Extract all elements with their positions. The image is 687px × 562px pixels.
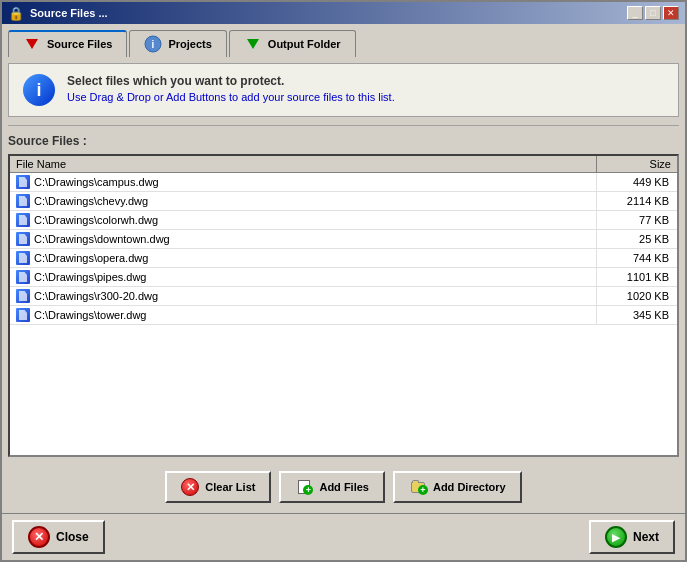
source-files-icon (23, 35, 41, 53)
title-bar: 🔒 Source Files ... _ □ ✕ (2, 2, 685, 24)
clear-list-label: Clear List (205, 481, 255, 493)
file-name-cell: C:\Drawings\chevy.dwg (10, 192, 597, 210)
main-window: 🔒 Source Files ... _ □ ✕ Source Files i (0, 0, 687, 562)
table-row[interactable]: C:\Drawings\pipes.dwg 1101 KB (10, 268, 677, 287)
close-button[interactable]: ✕ Close (12, 520, 105, 554)
minimize-button[interactable]: _ (627, 6, 643, 20)
tab-source-files-label: Source Files (47, 38, 112, 50)
file-size-cell: 25 KB (597, 231, 677, 247)
file-icon (16, 175, 30, 189)
tab-source-files[interactable]: Source Files (8, 30, 127, 57)
file-icon (16, 232, 30, 246)
file-name-cell: C:\Drawings\campus.dwg (10, 173, 597, 191)
table-header: File Name Size (10, 156, 677, 173)
info-icon: i (23, 74, 55, 106)
add-files-label: Add Files (319, 481, 369, 493)
file-path: C:\Drawings\chevy.dwg (34, 195, 148, 207)
file-path: C:\Drawings\campus.dwg (34, 176, 159, 188)
add-directory-label: Add Directory (433, 481, 506, 493)
file-name-cell: C:\Drawings\pipes.dwg (10, 268, 597, 286)
col-filename-header: File Name (10, 156, 597, 172)
close-window-button[interactable]: ✕ (663, 6, 679, 20)
table-row[interactable]: C:\Drawings\campus.dwg 449 KB (10, 173, 677, 192)
maximize-button[interactable]: □ (645, 6, 661, 20)
file-size-cell: 345 KB (597, 307, 677, 323)
add-files-button[interactable]: + Add Files (279, 471, 385, 503)
next-button[interactable]: ▶ Next (589, 520, 675, 554)
file-size-cell: 77 KB (597, 212, 677, 228)
file-size-cell: 1020 KB (597, 288, 677, 304)
tab-projects[interactable]: i Projects (129, 30, 226, 57)
table-row[interactable]: C:\Drawings\tower.dwg 345 KB (10, 306, 677, 325)
file-name-cell: C:\Drawings\r300-20.dwg (10, 287, 597, 305)
file-size-cell: 449 KB (597, 174, 677, 190)
next-icon: ▶ (605, 526, 627, 548)
file-icon (16, 213, 30, 227)
file-size-cell: 1101 KB (597, 269, 677, 285)
file-path: C:\Drawings\pipes.dwg (34, 271, 147, 283)
tab-bar: Source Files i Projects Output Folder (8, 30, 679, 57)
divider (8, 125, 679, 126)
file-icon (16, 270, 30, 284)
file-icon (16, 194, 30, 208)
svg-text:i: i (152, 39, 155, 50)
tab-output-folder[interactable]: Output Folder (229, 30, 356, 57)
file-name-cell: C:\Drawings\colorwh.dwg (10, 211, 597, 229)
clear-list-icon: ✕ (181, 478, 199, 496)
info-text-block: Select files which you want to protect. … (67, 74, 395, 103)
projects-icon: i (144, 35, 162, 53)
table-row[interactable]: C:\Drawings\chevy.dwg 2114 KB (10, 192, 677, 211)
content-area: Source Files i Projects Output Folder i … (2, 24, 685, 513)
output-folder-icon (244, 35, 262, 53)
file-icon (16, 289, 30, 303)
file-table-body[interactable]: C:\Drawings\campus.dwg 449 KB C:\Drawing… (10, 173, 677, 455)
table-row[interactable]: C:\Drawings\downtown.dwg 25 KB (10, 230, 677, 249)
close-icon: ✕ (28, 526, 50, 548)
col-size-header: Size (597, 156, 677, 172)
clear-list-button[interactable]: ✕ Clear List (165, 471, 271, 503)
window-title: Source Files ... (30, 7, 108, 19)
bottom-bar: ✕ Close ▶ Next (2, 513, 685, 560)
file-table: File Name Size C:\Drawings\campus.dwg 44… (8, 154, 679, 457)
file-path: C:\Drawings\r300-20.dwg (34, 290, 158, 302)
table-row[interactable]: C:\Drawings\colorwh.dwg 77 KB (10, 211, 677, 230)
source-files-label: Source Files : (8, 134, 679, 148)
action-buttons: ✕ Clear List + Add Files + Add (8, 463, 679, 507)
file-icon (16, 251, 30, 265)
close-label: Close (56, 530, 89, 544)
file-name-cell: C:\Drawings\opera.dwg (10, 249, 597, 267)
file-name-cell: C:\Drawings\downtown.dwg (10, 230, 597, 248)
file-path: C:\Drawings\opera.dwg (34, 252, 148, 264)
add-directory-icon: + (409, 478, 427, 496)
tab-projects-label: Projects (168, 38, 211, 50)
file-path: C:\Drawings\tower.dwg (34, 309, 147, 321)
file-path: C:\Drawings\downtown.dwg (34, 233, 170, 245)
file-size-cell: 744 KB (597, 250, 677, 266)
table-row[interactable]: C:\Drawings\r300-20.dwg 1020 KB (10, 287, 677, 306)
file-name-cell: C:\Drawings\tower.dwg (10, 306, 597, 324)
next-label: Next (633, 530, 659, 544)
info-line2: Use Drag & Drop or Add Buttons to add yo… (67, 91, 395, 103)
file-icon (16, 308, 30, 322)
tab-output-folder-label: Output Folder (268, 38, 341, 50)
add-directory-button[interactable]: + Add Directory (393, 471, 522, 503)
title-bar-controls: _ □ ✕ (627, 6, 679, 20)
file-path: C:\Drawings\colorwh.dwg (34, 214, 158, 226)
add-files-icon: + (295, 478, 313, 496)
file-size-cell: 2114 KB (597, 193, 677, 209)
info-box: i Select files which you want to protect… (8, 63, 679, 117)
info-line1: Select files which you want to protect. (67, 74, 395, 88)
table-row[interactable]: C:\Drawings\opera.dwg 744 KB (10, 249, 677, 268)
